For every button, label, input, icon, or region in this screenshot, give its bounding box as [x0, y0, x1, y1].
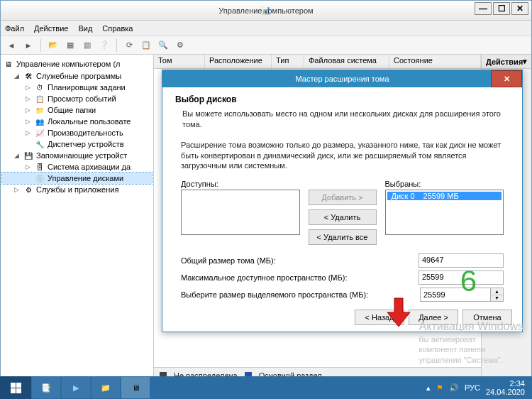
col-volume[interactable]: Том [154, 55, 205, 68]
menu-help[interactable]: Справка [102, 24, 133, 33]
wizard-close-button[interactable]: ✕ [491, 70, 522, 87]
tree-group-storage[interactable]: ◢💾Запоминающие устройст [2, 150, 152, 161]
tray-date: 24.04.2020 [486, 388, 525, 396]
expand-icon[interactable]: ▷ [23, 163, 32, 170]
col-layout[interactable]: Расположение [205, 55, 272, 68]
tree-label: Локальные пользовате [48, 117, 131, 126]
device-icon: 🔧 [35, 139, 45, 149]
backup-icon: 🗄 [35, 162, 45, 172]
refresh-icon[interactable]: ⟳ [123, 39, 135, 52]
expand-icon[interactable]: ▷ [23, 129, 32, 136]
nav-tree: 🖥Управление компьютером (л ◢🛠Служебные п… [1, 55, 154, 383]
watermark-line: компонент панели [419, 344, 523, 354]
menu-view[interactable]: Вид [78, 24, 92, 33]
col-fs[interactable]: Файловая система [304, 55, 389, 68]
disk-icon: 💿 [35, 173, 45, 183]
tree-label: Диспетчер устройств [48, 140, 124, 148]
folder-icon[interactable]: 📂 [47, 39, 60, 52]
titlebar: 📊 Управление компьютером — ☐ ✕ [1, 1, 531, 21]
task-server-manager[interactable]: 📑 [32, 377, 60, 398]
expand-icon[interactable]: ▷ [23, 95, 32, 102]
task-powershell[interactable]: ▶ [62, 377, 90, 398]
wizard-titlebar: Мастер расширения тома ✕ [162, 70, 522, 87]
tree-item-perf[interactable]: ▷📈Производительность [2, 127, 152, 138]
dropdown-icon[interactable]: ▾ [523, 57, 527, 66]
tree-item-folders[interactable]: ▷📁Общие папки [2, 104, 152, 116]
task-explorer[interactable]: 📁 [92, 377, 120, 398]
list-icon[interactable]: ▥ [81, 39, 94, 52]
tree-root[interactable]: 🖥Управление компьютером (л [2, 58, 152, 70]
tree-item-users[interactable]: ▷👥Локальные пользовате [2, 116, 152, 127]
tree-label: Управление дисками [48, 174, 123, 182]
annotation-arrow-icon [384, 297, 413, 328]
tree-label: Производительность [48, 129, 123, 137]
nav-forward-icon[interactable]: ► [22, 39, 35, 52]
separator [40, 39, 41, 52]
minimize-button[interactable]: — [475, 2, 492, 15]
toolbar: ◄ ► 📂 ▦ ▥ ❔ ⟳ 📋 🔍 ⚙ [1, 36, 531, 55]
col-state[interactable]: Состояние [389, 55, 481, 68]
add-button[interactable]: Добавить > [309, 190, 377, 205]
tray-security-icon[interactable]: ⚑ [436, 383, 443, 393]
selected-disk-item[interactable]: Диск 0 25599 МБ [387, 192, 502, 200]
max-space-label: Максимальное доступное пространство (МБ)… [181, 273, 413, 282]
services-icon: ⚙ [23, 185, 33, 195]
tree-group-services[interactable]: ▷⚙Службы и приложения [2, 184, 152, 195]
selected-disk-size: 25599 МБ [419, 192, 463, 200]
spinner-up-icon[interactable]: ▲ [491, 288, 503, 295]
tray-network-icon[interactable]: 🔊 [449, 383, 459, 393]
close-button[interactable]: ✕ [511, 2, 528, 15]
tools-icon: 🛠 [23, 71, 33, 81]
remove-button[interactable]: < Удалить [309, 209, 377, 225]
wizard-heading: Выбор дисков [175, 94, 509, 104]
available-disks-list[interactable] [181, 190, 300, 235]
col-type[interactable]: Тип [272, 55, 304, 68]
list-header: Том Расположение Тип Файловая система Со… [154, 55, 481, 69]
storage-icon: 💾 [23, 151, 33, 160]
available-label: Доступны: [181, 180, 300, 188]
select-size-input[interactable] [420, 288, 491, 302]
tray-clock[interactable]: 2:34 24.04.2020 [486, 379, 525, 396]
help-icon[interactable]: ❔ [98, 39, 111, 52]
actions-title: Действия [486, 58, 523, 66]
users-icon: 👥 [35, 116, 45, 126]
tree-item-backup[interactable]: ▷🗄Система архивации да [2, 161, 152, 173]
maximize-button[interactable]: ☐ [493, 2, 510, 15]
search-icon[interactable]: 🔍 [157, 39, 170, 52]
tray-show-hidden-icon[interactable]: ▴ [426, 383, 431, 393]
folder-icon: 📁 [35, 105, 45, 115]
tree-label: Службы и приложения [36, 185, 118, 194]
tree-group-utilities[interactable]: ◢🛠Служебные программы [2, 70, 152, 82]
start-button[interactable] [0, 376, 31, 399]
export-icon[interactable]: 📋 [140, 39, 153, 52]
annotation-step-number: 6 [460, 264, 477, 298]
activation-watermark: Активация Windows бы активироват компоне… [419, 319, 523, 365]
remove-all-button[interactable]: < Удалить все [309, 229, 377, 245]
expand-icon[interactable]: ▷ [12, 186, 21, 193]
tree-item-diskmgmt[interactable]: 💿Управление дисками [2, 173, 152, 184]
spinner-down-icon[interactable]: ▼ [491, 295, 503, 302]
settings-icon[interactable]: ⚙ [174, 39, 187, 52]
system-tray: ▴ ⚑ 🔊 РУС 2:34 24.04.2020 [419, 379, 532, 396]
watermark-line: бы активироват [419, 334, 523, 344]
wizard-info: Расширение тома возможно только до разме… [181, 140, 504, 172]
selected-disks-list[interactable]: Диск 0 25599 МБ [385, 190, 504, 235]
task-computer-mgmt[interactable]: 🖥 [121, 377, 150, 398]
properties-icon[interactable]: ▦ [64, 39, 77, 52]
expand-icon[interactable]: ▷ [23, 84, 32, 91]
tray-time: 2:34 [510, 379, 525, 388]
tree-item-devmgr[interactable]: 🔧Диспетчер устройств [2, 138, 152, 150]
nav-back-icon[interactable]: ◄ [5, 39, 18, 52]
tray-language[interactable]: РУС [465, 383, 480, 392]
menu-file[interactable]: Файл [5, 24, 24, 33]
tree-item-scheduler[interactable]: ▷⏱Планировщик задани [2, 82, 152, 93]
tree-item-events[interactable]: ▷📋Просмотр событий [2, 93, 152, 104]
tree-label: Просмотр событий [48, 94, 116, 103]
expand-icon[interactable]: ▷ [23, 106, 32, 114]
menu-action[interactable]: Действие [34, 24, 68, 33]
tree-label: Общие папки [48, 106, 96, 114]
collapse-icon[interactable]: ◢ [12, 152, 21, 159]
windows-logo-icon [11, 383, 21, 393]
collapse-icon[interactable]: ◢ [12, 72, 21, 80]
expand-icon[interactable]: ▷ [23, 118, 32, 125]
